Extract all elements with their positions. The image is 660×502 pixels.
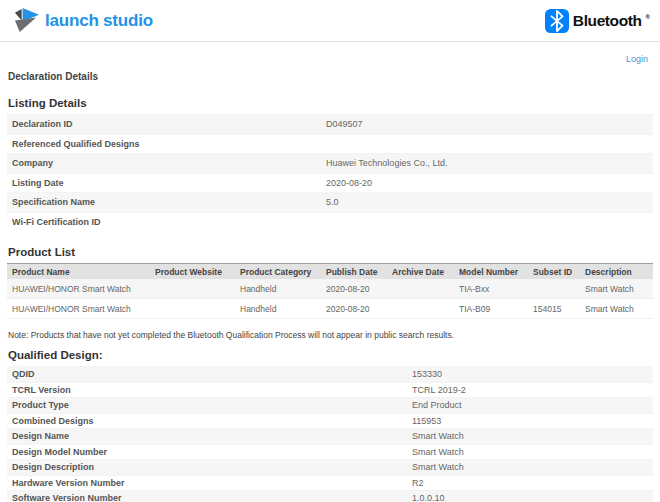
detail-row: TCRL Version TCRL 2019-2 xyxy=(7,382,653,398)
detail-value: Smart Watch xyxy=(412,431,653,441)
detail-label: Wi-Fi Certification ID xyxy=(7,217,326,227)
qualified-design-title: Qualified Design: xyxy=(8,349,653,361)
detail-label: Design Name xyxy=(7,431,412,441)
product-table: Product Name Product Website Product Cat… xyxy=(7,263,653,319)
detail-label: QDID xyxy=(7,369,412,379)
product-table-header-cell: Product Category xyxy=(235,264,321,280)
product-list-title: Product List xyxy=(8,246,653,258)
product-table-header-cell: Publish Date xyxy=(321,264,387,280)
cell-product-name: HUAWEI/HONOR Smart Watch xyxy=(7,279,150,299)
product-table-body: HUAWEI/HONOR Smart Watch Handheld 2020-0… xyxy=(7,279,653,319)
detail-row: Hardware Version Number R2 xyxy=(7,475,653,491)
detail-label: Design Model Number xyxy=(7,447,412,457)
detail-value: End Product xyxy=(412,400,653,410)
cell-description: Smart Watch xyxy=(580,279,653,299)
product-table-header-cell: Product Website xyxy=(150,264,235,280)
detail-row: Specification Name 5.0 xyxy=(7,192,653,212)
detail-row: Design Description Smart Watch xyxy=(7,459,653,475)
detail-label: Design Description xyxy=(7,462,412,472)
cell-product-website xyxy=(150,279,235,299)
cell-product-category: Handheld xyxy=(235,299,321,319)
cell-description: Smart Watch xyxy=(580,299,653,319)
detail-row: Wi-Fi Certification ID xyxy=(7,212,653,232)
login-link[interactable]: Login xyxy=(626,54,648,64)
cell-model-number: TIA-B09 xyxy=(454,299,528,319)
header: launch studio Bluetooth ® xyxy=(0,0,660,42)
bluetooth-wordmark: Bluetooth xyxy=(573,9,642,33)
detail-value: 1.0.0.10 xyxy=(412,493,653,502)
detail-row: Company Huawei Technologies Co., Ltd. xyxy=(7,153,653,173)
cell-product-name: HUAWEI/HONOR Smart Watch xyxy=(7,299,150,319)
cell-model-number: TIA-Bxx xyxy=(454,279,528,299)
cell-product-website xyxy=(150,299,235,319)
qualified-design-rows: QDID 153330 TCRL Version TCRL 2019-2 Pro… xyxy=(7,366,653,502)
product-table-header-cell: Description xyxy=(580,264,653,280)
main-content: Declaration Details Listing Details Decl… xyxy=(0,71,660,502)
product-table-row: HUAWEI/HONOR Smart Watch Handheld 2020-0… xyxy=(7,279,653,299)
detail-label: Listing Date xyxy=(7,178,326,188)
product-table-header-cell: Model Number xyxy=(454,264,528,280)
detail-label: Specification Name xyxy=(7,197,326,207)
detail-row: Software Version Number 1.0.0.10 xyxy=(7,490,653,502)
bluetooth-icon xyxy=(545,9,569,33)
detail-label: Hardware Version Number xyxy=(7,478,412,488)
detail-label: Product Type xyxy=(7,400,412,410)
detail-value: 5.0 xyxy=(326,197,653,207)
detail-value: 2020-08-20 xyxy=(326,178,653,188)
detail-value: Smart Watch xyxy=(412,447,653,457)
detail-value: 153330 xyxy=(412,369,653,379)
product-table-header-cell: Archive Date xyxy=(387,264,454,280)
listing-details-rows: Declaration ID D049507 Referenced Qualif… xyxy=(7,114,653,231)
detail-label: TCRL Version xyxy=(7,385,412,395)
product-table-header-cell: Product Name xyxy=(7,264,150,280)
detail-row: Design Model Number Smart Watch xyxy=(7,444,653,460)
detail-value: Smart Watch xyxy=(412,462,653,472)
detail-row: Combined Designs 115953 xyxy=(7,413,653,429)
cell-subset-id: 154015 xyxy=(528,299,580,319)
launch-studio-icon xyxy=(13,7,40,34)
cell-publish-date: 2020-08-20 xyxy=(321,279,387,299)
detail-label: Referenced Qualified Designs xyxy=(7,139,326,149)
detail-value: 115953 xyxy=(412,416,653,426)
detail-value: Huawei Technologies Co., Ltd. xyxy=(326,158,653,168)
product-table-row: HUAWEI/HONOR Smart Watch Handheld 2020-0… xyxy=(7,299,653,319)
login-row: Login xyxy=(0,42,660,61)
detail-row: Product Type End Product xyxy=(7,397,653,413)
listing-details-title: Listing Details xyxy=(8,97,653,109)
qualification-note: Note: Products that have not yet complet… xyxy=(8,330,653,340)
cell-archive-date xyxy=(387,299,454,319)
detail-row: Referenced Qualified Designs xyxy=(7,134,653,154)
detail-label: Company xyxy=(7,158,326,168)
detail-label: Declaration ID xyxy=(7,119,326,129)
detail-row: Declaration ID D049507 xyxy=(7,114,653,134)
launch-studio-logo[interactable]: launch studio xyxy=(13,7,153,34)
page-title: Declaration Details xyxy=(8,71,653,82)
launch-studio-wordmark: launch studio xyxy=(45,11,153,31)
detail-row: Listing Date 2020-08-20 xyxy=(7,173,653,193)
product-table-header-cell: Subset ID xyxy=(528,264,580,280)
cell-archive-date xyxy=(387,279,454,299)
product-table-header-row: Product Name Product Website Product Cat… xyxy=(7,264,653,280)
detail-value: D049507 xyxy=(326,119,653,129)
cell-publish-date: 2020-08-20 xyxy=(321,299,387,319)
detail-row: Design Name Smart Watch xyxy=(7,428,653,444)
detail-row: QDID 153330 xyxy=(7,366,653,382)
detail-value: R2 xyxy=(412,478,653,488)
detail-label: Software Version Number xyxy=(7,493,412,502)
detail-value: TCRL 2019-2 xyxy=(412,385,653,395)
cell-subset-id xyxy=(528,279,580,299)
cell-product-category: Handheld xyxy=(235,279,321,299)
detail-label: Combined Designs xyxy=(7,416,412,426)
bluetooth-logo[interactable]: Bluetooth ® xyxy=(545,9,650,33)
registered-mark: ® xyxy=(646,12,650,22)
